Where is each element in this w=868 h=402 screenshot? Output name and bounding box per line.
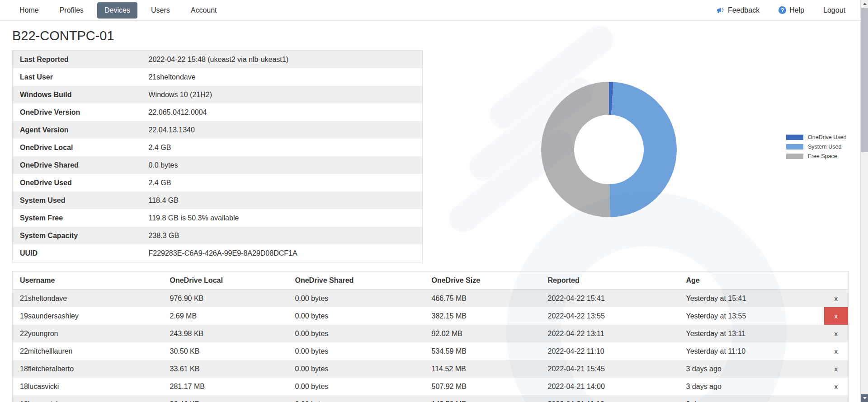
remove-row-button[interactable]: x bbox=[824, 360, 849, 378]
username-cell: 22mitchelllauren bbox=[13, 342, 163, 360]
top-navbar: Home Profiles Devices Users Account bbox=[0, 0, 868, 21]
nav-tab-label: Home bbox=[19, 6, 39, 14]
onedrive-local-cell: 281.17 MB bbox=[163, 378, 288, 395]
username-cell: 21sheltondave bbox=[13, 290, 163, 308]
remove-row-button[interactable]: x bbox=[824, 395, 849, 402]
reported-cell: 2022-04-21 14:00 bbox=[541, 378, 679, 395]
page-title: B22-CONTPC-01 bbox=[12, 28, 868, 43]
logout-link[interactable]: Logout bbox=[823, 6, 845, 14]
device-info-value: 118.4 GB bbox=[142, 192, 423, 209]
legend-swatch bbox=[786, 154, 803, 159]
device-info-value: F229283E-C6A9-426A-99E9-8A29D08DCF1A bbox=[142, 244, 423, 262]
onedrive-size-cell: 534.59 MB bbox=[425, 342, 541, 360]
nav-tab[interactable]: Profiles bbox=[52, 2, 91, 19]
usage-table-header-row: Username OneDrive Local OneDrive Shared … bbox=[13, 271, 849, 290]
onedrive-size-cell: 507.92 MB bbox=[425, 378, 541, 395]
device-info-row: OneDrive Used 2.4 GB bbox=[13, 174, 423, 192]
scroll-up-arrow-icon bbox=[863, 3, 867, 5]
onedrive-local-cell: 2.69 MB bbox=[163, 307, 288, 325]
usage-table-column-header: Reported bbox=[541, 271, 679, 290]
device-info-label: System Capacity bbox=[13, 227, 142, 244]
chart-legend: OneDrive Used System Used Free Space bbox=[786, 134, 846, 159]
scrollbar-thumb[interactable] bbox=[861, 8, 868, 152]
device-info-label: Last User bbox=[13, 68, 142, 86]
device-info-label: OneDrive Shared bbox=[13, 156, 142, 174]
username-cell: 18lawsontyler bbox=[13, 395, 163, 402]
device-info-row: UUID F229283E-C6A9-426A-99E9-8A29D08DCF1… bbox=[13, 244, 423, 262]
onedrive-shared-cell: 0.00 bytes bbox=[288, 378, 425, 395]
user-usage-table: Username OneDrive Local OneDrive Shared … bbox=[12, 271, 849, 402]
device-info-row: Last Reported 2022-04-22 15:48 (ukeast2 … bbox=[13, 51, 423, 69]
device-info-row: Last User 21sheltondave bbox=[13, 68, 423, 86]
onedrive-size-cell: 382.15 MB bbox=[425, 307, 541, 325]
onedrive-shared-cell: 0.00 bytes bbox=[288, 290, 425, 308]
nav-tabs: Home Profiles Devices Users Account bbox=[12, 2, 224, 19]
nav-tab[interactable]: Account bbox=[184, 2, 224, 19]
onedrive-shared-cell: 0.00 bytes bbox=[288, 307, 425, 325]
age-cell: Yesterday at 11:10 bbox=[679, 342, 824, 360]
username-cell: 19saundersashley bbox=[13, 307, 163, 325]
device-info-row: System Capacity 238.3 GB bbox=[13, 227, 423, 244]
remove-row-button[interactable]: x bbox=[824, 342, 849, 360]
reported-cell: 2022-04-22 11:10 bbox=[541, 342, 679, 360]
donut-chart bbox=[541, 82, 677, 217]
legend-swatch bbox=[786, 144, 803, 150]
reported-cell: 2022-04-21 15:45 bbox=[541, 360, 679, 378]
device-info-value: Windows 10 (21H2) bbox=[142, 86, 423, 103]
device-info-value: 119.8 GB is 50.3% available bbox=[142, 209, 423, 227]
megaphone-icon bbox=[717, 7, 725, 14]
device-info-value: 2.4 GB bbox=[142, 139, 423, 156]
nav-tab-label: Users bbox=[151, 6, 170, 14]
legend-label: Free Space bbox=[808, 153, 837, 159]
onedrive-local-cell: 976.90 KB bbox=[163, 290, 288, 308]
onedrive-size-cell: 142.50 MB bbox=[425, 395, 541, 402]
nav-utilities: Feedback ? Help Logout bbox=[717, 6, 845, 14]
age-cell: 3 days ago bbox=[679, 378, 824, 395]
nav-tab[interactable]: Home bbox=[12, 2, 46, 19]
onedrive-size-cell: 92.02 MB bbox=[425, 325, 541, 342]
reported-cell: 2022-04-21 11:13 bbox=[541, 395, 679, 402]
usage-table-column-header: Username bbox=[13, 271, 163, 290]
remove-row-button[interactable]: x bbox=[824, 378, 849, 395]
disk-usage-chart: OneDrive Used System Used Free Space bbox=[425, 59, 859, 257]
onedrive-shared-cell: 0.00 bytes bbox=[288, 395, 425, 402]
remove-row-button[interactable]: x bbox=[824, 307, 849, 325]
nav-tab-label: Profiles bbox=[60, 6, 84, 14]
legend-label: OneDrive Used bbox=[808, 134, 846, 140]
onedrive-shared-cell: 0.00 bytes bbox=[288, 325, 425, 342]
onedrive-shared-cell: 0.00 bytes bbox=[288, 342, 425, 360]
device-info-value: 0.0 bytes bbox=[142, 156, 423, 174]
device-info-label: Agent Version bbox=[13, 121, 142, 139]
usage-table-row: 19saundersashley 2.69 MB 0.00 bytes 382.… bbox=[13, 307, 849, 325]
device-info-value: 2022-04-22 15:48 (ukeast2 via nlb-ukeast… bbox=[142, 51, 423, 69]
usage-table-row: 18fletcheralberto 33.61 KB 0.00 bytes 11… bbox=[13, 360, 849, 378]
remove-row-button[interactable]: x bbox=[824, 325, 849, 342]
usage-table-column-header: OneDrive Shared bbox=[288, 271, 425, 290]
onedrive-local-cell: 30.50 KB bbox=[163, 342, 288, 360]
usage-table-row: 21sheltondave 976.90 KB 0.00 bytes 466.7… bbox=[13, 290, 849, 308]
legend-item: Free Space bbox=[786, 153, 846, 159]
username-cell: 18fletcheralberto bbox=[13, 360, 163, 378]
help-link[interactable]: ? Help bbox=[778, 6, 804, 14]
device-info-label: Last Reported bbox=[13, 51, 142, 69]
legend-item: System Used bbox=[786, 144, 846, 150]
vertical-scrollbar[interactable] bbox=[860, 0, 868, 402]
nav-tab-label: Account bbox=[191, 6, 217, 14]
device-info-value: 22.04.13.1340 bbox=[142, 121, 423, 139]
username-cell: 22youngron bbox=[13, 325, 163, 342]
device-info-value: 21sheltondave bbox=[142, 68, 423, 86]
nav-tab[interactable]: Devices bbox=[97, 2, 137, 19]
help-label: Help bbox=[789, 6, 804, 14]
onedrive-local-cell: 243.98 KB bbox=[163, 325, 288, 342]
scroll-up-button[interactable] bbox=[861, 0, 868, 8]
scroll-down-button[interactable] bbox=[861, 394, 868, 402]
feedback-link[interactable]: Feedback bbox=[717, 6, 760, 14]
remove-row-button[interactable]: x bbox=[824, 290, 849, 308]
device-info-label: OneDrive Used bbox=[13, 174, 142, 192]
nav-tab[interactable]: Users bbox=[144, 2, 177, 19]
age-cell: Yesterday at 13:55 bbox=[679, 307, 824, 325]
onedrive-size-cell: 114.52 MB bbox=[425, 360, 541, 378]
nav-tab-label: Devices bbox=[104, 6, 130, 14]
usage-table-column-header: OneDrive Size bbox=[425, 271, 541, 290]
device-info-label: System Used bbox=[13, 192, 142, 209]
